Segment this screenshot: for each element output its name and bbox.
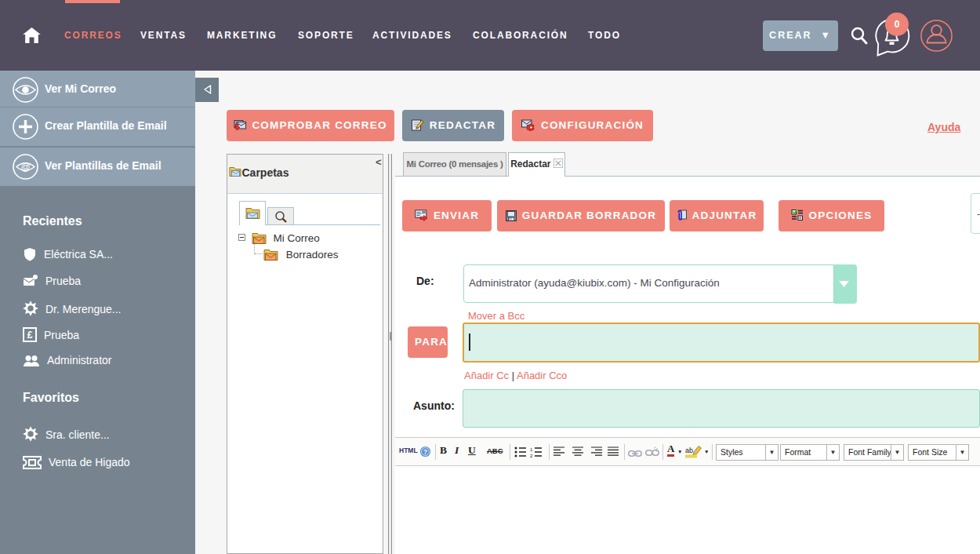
svg-text:2: 2 [530,454,533,457]
svg-text:ab: ab [685,446,693,454]
svg-text:?: ? [423,448,427,456]
svg-text:1: 1 [530,447,533,452]
svg-text:£: £ [27,330,33,341]
svg-text:@: @ [20,162,30,173]
